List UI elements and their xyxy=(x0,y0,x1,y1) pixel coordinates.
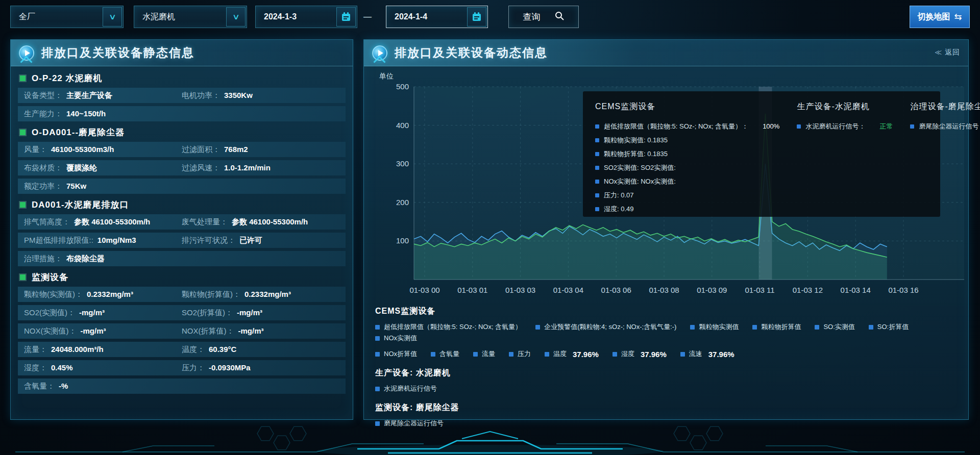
tooltip-item: 超低排放限值（颗拉物:5: SOz-; NOx; 含氧量）：100% xyxy=(595,119,779,133)
field-value: 60.39°C xyxy=(209,345,236,353)
query-button-label: 查询 xyxy=(523,11,540,23)
legend-item-label: 超低排放限值（颗拉物:5: SOz-; NOx; 含氧量） xyxy=(384,322,522,332)
legend-item[interactable]: 颗粒物实测值 xyxy=(690,321,739,333)
field-label: 生产能力： xyxy=(24,109,62,119)
legend-item[interactable]: 颗粒物折算值 xyxy=(752,321,801,333)
plant-select-value: 全厂 xyxy=(19,12,35,22)
svg-text:200: 200 xyxy=(396,198,409,207)
legend-item[interactable]: 温度37.96% xyxy=(545,348,599,360)
field-label: 排气筒高度： xyxy=(24,217,70,227)
chevron-down-icon[interactable]: ∨ xyxy=(226,7,246,27)
legend-item[interactable]: NOx实测值 xyxy=(375,333,417,344)
field-value: 75Kw xyxy=(66,182,86,190)
field-label: 设备类型： xyxy=(24,91,62,100)
info-cell: SO2(实测值)：-mg/m³ xyxy=(24,308,182,318)
field-label: 排污许可状况： xyxy=(182,236,235,245)
info-row: SO2(实测值)：-mg/m³SO2(折算值)：-mg/m³ xyxy=(18,305,346,320)
legend-item-label: 温度 xyxy=(553,349,567,359)
field-value: 3350Kw xyxy=(224,91,253,99)
legend-item[interactable]: NOx折算值 xyxy=(375,348,417,360)
device-select[interactable]: 水泥磨机 ∨ xyxy=(134,6,247,28)
legend-item-label: SO:实测值 xyxy=(823,322,854,332)
legend-marker-icon xyxy=(535,325,540,330)
legend-item[interactable]: SO:实测值 xyxy=(815,321,854,333)
info-row: 布袋材质：覆膜涤纶过滤风速：1.0-1.2m/min xyxy=(18,160,346,175)
legend-marker-icon xyxy=(690,325,695,330)
tooltip-item-text: 颗粒物实测值: 0.1835 xyxy=(604,136,668,145)
calendar-icon[interactable] xyxy=(467,7,486,27)
legend-item[interactable]: 磨尾除尘器运行信号 xyxy=(375,418,444,429)
left-panel-body: O-P-22 水泥磨机设备类型：主要生产设备电机功率：3350Kw生产能力：14… xyxy=(11,66,353,394)
legend-item-label: 颗粒物实测值 xyxy=(699,322,739,332)
field-label: 治理措施： xyxy=(24,254,62,264)
static-panel-header: 排放口及关联设备静态信息 xyxy=(11,40,353,66)
tooltip-item: 湿度: 0.49 xyxy=(595,202,779,216)
info-row: NOX(实测值)：-mg/m³NOX(折算值)：-mg/m³ xyxy=(18,323,346,339)
legend-item[interactable]: SO:折算值 xyxy=(869,321,909,333)
tooltip-item: 水泥磨机运行信号：正常 xyxy=(797,119,893,133)
legend-item[interactable]: 流量 xyxy=(473,348,495,360)
tooltip-item-text: 磨尾除尘器运行信号： xyxy=(919,122,980,131)
info-cell: 废气处理量：参数 46100-55300m/h xyxy=(182,217,339,227)
legend-item[interactable]: 水泥磨机运行信号 xyxy=(375,383,437,394)
legend-item-label: 水泥磨机运行信号 xyxy=(384,384,437,393)
field-label: 温度： xyxy=(182,345,205,355)
date-from-value: 2024-1-3 xyxy=(264,12,297,21)
info-cell: 含氧量：-% xyxy=(24,382,182,391)
switch-map-label: 切换地图 xyxy=(917,12,950,22)
calendar-icon[interactable] xyxy=(336,7,356,27)
tooltip-item: 颗粒物折算值: 0.1835 xyxy=(595,147,779,161)
section-title-text: O-P-22 水泥磨机 xyxy=(32,72,103,84)
field-label: SO2(实测值)： xyxy=(24,308,75,318)
legend-item[interactable]: 压力 xyxy=(509,348,531,360)
field-value: 0.2332mg/m³ xyxy=(244,290,291,298)
info-cell: 治理措施：布袋除尘器 xyxy=(24,254,182,264)
date-to-input[interactable]: 2024-1-4 xyxy=(386,6,488,28)
field-value: -mg/m³ xyxy=(237,308,262,317)
legend-item[interactable]: 含氧量 xyxy=(431,348,459,360)
svg-text:01-03 06: 01-03 06 xyxy=(601,286,631,294)
field-label: 过滤面积： xyxy=(182,145,220,155)
info-cell: 颗粒物(实测值)：0.2332mg/m³ xyxy=(24,290,182,299)
info-cell: 生产能力：140~150t/h xyxy=(24,109,182,119)
tooltip-item-text: NOx实测值: NOx实测值: xyxy=(604,177,676,186)
field-value: 主要生产设备 xyxy=(66,91,112,100)
section-bullet-icon xyxy=(20,202,26,208)
tooltip-column: 治理设备-磨尾除尘器磨尾除尘器运行信号：故障 xyxy=(910,102,980,217)
field-label: 电机功率： xyxy=(182,91,220,100)
date-from-input[interactable]: 2024-1-3 xyxy=(255,6,357,28)
legend-item[interactable]: 湿度37.96% xyxy=(612,348,667,360)
topbar: 全厂 ∨ 水泥磨机 ∨ 2024-1-3 — 2024-1-4 xyxy=(10,5,970,29)
field-value: -0.0930MPa xyxy=(209,363,251,372)
legend-item[interactable]: 流速37.96% xyxy=(680,348,734,360)
tooltip-item-value: 正常 xyxy=(879,122,893,131)
info-cell: 设备类型：主要生产设备 xyxy=(24,91,182,100)
field-label: SO2(折算值)： xyxy=(182,308,233,318)
svg-text:01-03 12: 01-03 12 xyxy=(793,286,823,294)
field-value: -mg/m³ xyxy=(238,326,264,335)
legend-item[interactable]: 企业预警值(颗粒物:4; sOz-; NOx-;含氧气量:-) xyxy=(535,321,676,333)
legend-marker-icon xyxy=(595,207,599,211)
switch-map-button[interactable]: 切换地图 ⇆ xyxy=(910,6,970,28)
tooltip-item: 压力: 0.07 xyxy=(595,188,779,202)
field-value: 10mg/Nm3 xyxy=(97,236,136,244)
query-button[interactable]: 查询 xyxy=(508,6,579,28)
field-value: 参数 46100-55300m/h xyxy=(74,217,150,227)
legend-item[interactable]: 超低排放限值（颗拉物:5: SOz-; NOx; 含氧量） xyxy=(375,321,522,333)
section-bullet-icon xyxy=(20,75,26,81)
legend-item-value: 37.96% xyxy=(641,350,667,359)
field-label: NOX(折算值)： xyxy=(182,326,234,336)
info-row: PM超低排排放限值::10mg/Nm3排污许可状况：已许可 xyxy=(18,233,346,248)
back-link[interactable]: ≪ 返回 xyxy=(935,48,960,57)
chevron-down-icon[interactable]: ∨ xyxy=(103,7,122,27)
field-label: 布袋材质： xyxy=(24,163,62,173)
info-row: 风量：46100-55300m3/h过滤面积：768m2 xyxy=(18,142,346,157)
swap-arrows-icon: ⇆ xyxy=(954,11,962,22)
section-bullet-icon xyxy=(20,130,26,135)
legend-row: 磨尾除尘器运行信号 xyxy=(375,418,960,429)
plant-select[interactable]: 全厂 ∨ xyxy=(10,6,124,28)
legend-item-value: 37.96% xyxy=(573,350,599,359)
play-icon xyxy=(19,45,34,61)
info-cell: 湿度：0.45% xyxy=(24,363,182,373)
svg-text:01-03 01: 01-03 01 xyxy=(457,286,487,294)
